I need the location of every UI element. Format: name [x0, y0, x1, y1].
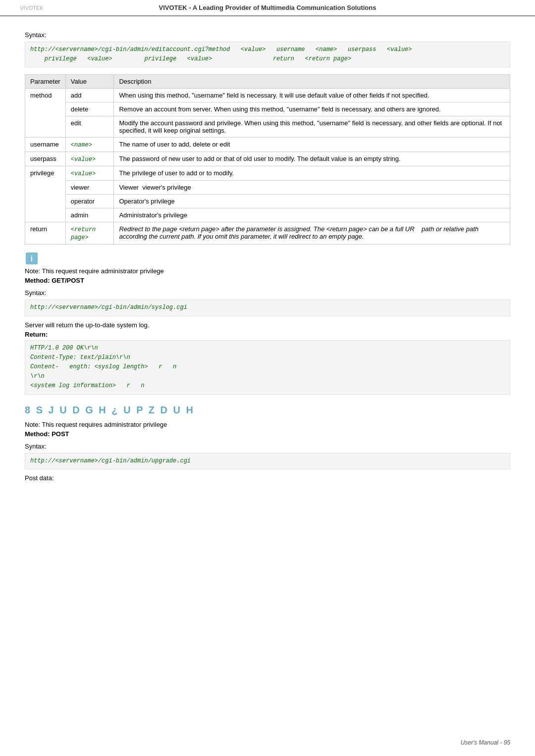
- value-add: add: [65, 89, 114, 102]
- desc-delete: Remove an account from server. When usin…: [114, 102, 510, 116]
- desc-operator: Operator's privilege: [114, 195, 510, 208]
- desc-privilege-val: The privilege of user to add or to modif…: [114, 166, 510, 181]
- col-header-value: Value: [65, 75, 114, 89]
- desc-viewer: Viewer viewer's privilege: [114, 181, 510, 195]
- desc-return: Redirect to the page <return page> after…: [114, 222, 510, 245]
- table-row: viewer Viewer viewer's privilege: [25, 181, 510, 195]
- table-row: userpass <value> The password of new use…: [25, 152, 510, 166]
- page-header: VIVOTEK VIVOTEK - A Leading Provider of …: [0, 0, 535, 16]
- param-return: return: [25, 222, 66, 245]
- param-method: method: [25, 89, 66, 138]
- note-icon: i: [25, 252, 39, 265]
- syntax-label-3: Syntax:: [25, 443, 510, 450]
- syntax-label-2: Syntax:: [25, 289, 510, 297]
- page-content: Syntax: http://<servername>/cgi-bin/admi…: [0, 16, 535, 513]
- logo-text: VIVOTEK: [20, 5, 44, 11]
- table-row: delete Remove an account from server. Wh…: [25, 102, 510, 116]
- return-code-block: HTTP/1.0 200 OK\r\n Content-Type: text/p…: [25, 340, 510, 395]
- param-privilege: privilege: [25, 166, 66, 222]
- desc-userpass: The password of new user to add or that …: [114, 152, 510, 166]
- value-delete: delete: [65, 102, 114, 116]
- table-row: username <name> The name of user to add,…: [25, 138, 510, 152]
- table-row: return <return page> Redirect to the pag…: [25, 222, 510, 245]
- table-row: privilege <value> The privilege of user …: [25, 166, 510, 181]
- method-get-post: Method: GET/POST: [25, 277, 510, 284]
- table-row: admin Administrator's privilege: [25, 208, 510, 222]
- note-admin2-text: Note: This request requires administrato…: [25, 421, 510, 428]
- header-title: VIVOTEK - A Leading Provider of Multimed…: [159, 4, 376, 11]
- page-footer: User's Manual - 95: [461, 739, 510, 746]
- desc-add: When using this method, "username" field…: [114, 89, 510, 102]
- section-heading: 8 S J U D G H ¿ U P Z D U H: [25, 404, 510, 416]
- value-viewer: viewer: [65, 181, 114, 195]
- col-header-parameter: Parameter: [25, 75, 66, 89]
- syslog-code-block: http://<servername>/cgi-bin/admin/syslog…: [25, 300, 510, 316]
- table-row: operator Operator's privilege: [25, 195, 510, 208]
- note-admin-text: Note: This request require administrator…: [25, 267, 510, 275]
- return-label: Return:: [25, 331, 510, 338]
- value-userpass: <value>: [65, 152, 114, 166]
- param-userpass: userpass: [25, 152, 66, 166]
- method-post: Method: POST: [25, 430, 510, 438]
- desc-admin: Administrator's privilege: [114, 208, 510, 222]
- value-return: <return page>: [65, 222, 114, 245]
- post-data-label: Post data:: [25, 474, 510, 482]
- server-return-text: Server will return the up-to-date system…: [25, 321, 510, 329]
- value-operator: operator: [65, 195, 114, 208]
- value-username: <name>: [65, 138, 114, 152]
- value-edit: edit: [65, 116, 114, 138]
- value-privilege-val: <value>: [65, 166, 114, 181]
- col-header-description: Description: [114, 75, 510, 89]
- upgrade-code-block: http://<servername>/cgi-bin/admin/upgrad…: [25, 453, 510, 469]
- desc-username: The name of user to add, delete or edit: [114, 138, 510, 152]
- syntax-label-1: Syntax:: [25, 31, 510, 39]
- params-table: Parameter Value Description method add W…: [25, 74, 510, 245]
- table-row: edit Modify the account password and pri…: [25, 116, 510, 138]
- desc-edit: Modify the account password and privileg…: [114, 116, 510, 138]
- table-row: method add When using this method, "user…: [25, 89, 510, 102]
- value-admin: admin: [65, 208, 114, 222]
- svg-text:i: i: [31, 254, 33, 263]
- param-username: username: [25, 138, 66, 152]
- syntax-code-block-1: http://<servername>/cgi-bin/admin/editac…: [25, 42, 510, 67]
